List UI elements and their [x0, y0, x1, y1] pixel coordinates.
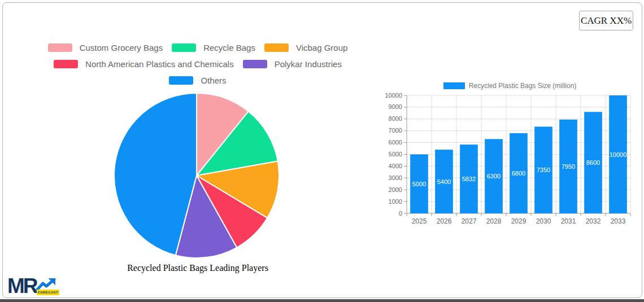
x-tick-label: 2031	[561, 217, 576, 225]
y-tick-label: 5000	[389, 151, 402, 157]
legend-row: Others	[0, 72, 395, 89]
bar-value-label: 8600	[586, 159, 600, 166]
bar-legend-label: Recycled Plastic Bags Size (million)	[469, 82, 577, 90]
legend-swatch	[169, 76, 193, 85]
y-tick-label: 9000	[389, 103, 402, 110]
report-page: CAGR XX% Custom Grocery BagsRecycle Bags…	[0, 0, 644, 302]
bar-value-label: 5832	[462, 176, 476, 182]
legend-swatch	[172, 43, 196, 52]
legend-swatch	[54, 60, 78, 68]
y-tick-label: 0	[399, 210, 402, 217]
bar-value-label: 6800	[512, 170, 525, 177]
x-tick-label: 2028	[486, 217, 502, 225]
y-tick-label: 10000	[385, 92, 402, 99]
bar-value-label: 6300	[487, 173, 501, 180]
bar-value-label: 5400	[437, 178, 451, 185]
x-tick-label: 2025	[412, 217, 427, 225]
x-tick-label: 2027	[462, 217, 477, 225]
legend-row: Custom Grocery BagsRecycle BagsVicbag Gr…	[0, 40, 395, 56]
y-tick-label: 2000	[389, 186, 402, 193]
y-tick-label: 6000	[389, 139, 402, 146]
bar-value-label: 10000	[610, 151, 627, 158]
pie-legend-item[interactable]: Others	[169, 76, 226, 85]
bar-value-label: 5000	[412, 181, 426, 187]
pie-legend-item[interactable]: North American Plastics and Chemicals	[54, 59, 234, 69]
legend-swatch	[48, 43, 72, 52]
legend-label: North American Plastics and Chemicals	[85, 59, 234, 69]
pie-legend-item[interactable]: Recycle Bags	[172, 43, 255, 52]
legend-label: Vicbag Group	[296, 43, 347, 52]
bar-legend[interactable]: Recycled Plastic Bags Size (million)	[384, 81, 636, 91]
legend-label: Others	[201, 76, 226, 85]
x-tick-label: 2032	[586, 217, 601, 225]
legend-swatch	[264, 43, 289, 52]
y-tick-label: 4000	[389, 163, 402, 169]
legend-row: North American Plastics and ChemicalsPol…	[0, 56, 395, 72]
pie-legend: Custom Grocery BagsRecycle BagsVicbag Gr…	[0, 40, 395, 89]
legend-label: Recycle Bags	[203, 43, 255, 52]
bar-chart: 0100020003000400050006000700080009000100…	[384, 92, 636, 233]
pie-legend-item[interactable]: Polykar Industries	[243, 59, 342, 69]
x-tick-label: 2029	[511, 217, 526, 225]
logo-forecast-badge: FORECAST	[37, 290, 59, 295]
y-tick-label: 7000	[389, 127, 402, 134]
legend-swatch	[243, 60, 267, 68]
cagr-badge: CAGR XX%	[579, 11, 633, 30]
bar-value-label: 7950	[562, 163, 575, 170]
pie-legend-item[interactable]: Custom Grocery Bags	[48, 43, 163, 52]
y-tick-label: 1000	[389, 198, 402, 205]
brand-logo: MR FORECAST	[7, 277, 59, 298]
x-tick-label: 2030	[536, 217, 551, 225]
y-tick-label: 8000	[389, 115, 402, 122]
legend-label: Custom Grocery Bags	[80, 43, 163, 52]
window-bottom-edge	[0, 299, 644, 302]
x-tick-label: 2033	[611, 217, 626, 225]
bar-chart-panel: Recycled Plastic Bags Size (million) 010…	[384, 81, 636, 233]
x-tick-label: 2026	[437, 217, 452, 225]
legend-swatch	[443, 82, 465, 89]
y-tick-label: 3000	[389, 174, 402, 181]
legend-label: Polykar Industries	[275, 59, 342, 69]
bar-value-label: 7350	[537, 167, 550, 173]
pie-chart	[113, 92, 280, 259]
pie-title: Recycled Plastic Bags Leading Players	[0, 263, 395, 273]
pie-legend-item[interactable]: Vicbag Group	[264, 43, 347, 52]
logo-mr-text: MR	[7, 274, 37, 298]
